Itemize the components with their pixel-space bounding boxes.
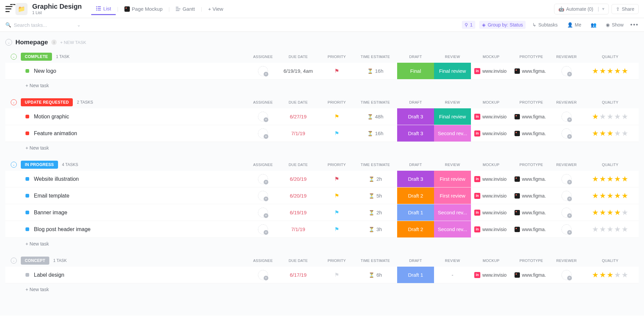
filter-button[interactable]: ⚲ 1 [462,21,475,29]
mockup-link[interactable]: inwww.invisio [471,210,511,216]
list-title[interactable]: Homepage [15,39,48,46]
add-view[interactable]: + View [204,3,228,14]
add-task-button[interactable]: + New task [5,79,639,88]
assignees-button[interactable]: 👥 [588,21,599,29]
prototype-link[interactable]: www.figma. [511,68,551,74]
draft-tag[interactable]: Draft 3 [397,171,434,187]
task-row[interactable]: Blog post header image 7/1/19 ⚑ ⏳3h Draf… [5,221,639,238]
task-row[interactable]: Feature animation 7/1/19 ⚑ ⏳16h Draft 3 … [5,125,639,142]
col-mockup[interactable]: MOCKUP [471,100,511,104]
prototype-link[interactable]: www.figma. [511,114,551,119]
due-date-value[interactable]: 6/17/19 [290,272,307,278]
col-mockup[interactable]: MOCKUP [471,55,511,59]
col-due-date[interactable]: DUE DATE [276,55,320,59]
status-pill[interactable]: UPDATE REQUESTED [21,98,73,106]
reviewer-empty-icon[interactable] [561,112,572,122]
status-square-icon[interactable] [25,115,29,118]
due-date-value[interactable]: 6/20/19 [290,193,307,199]
subtasks-button[interactable]: ↳ Subtasks [530,21,560,29]
quality-stars[interactable]: ★★★★★ [592,129,628,138]
status-square-icon[interactable] [25,211,29,214]
collapse-list-icon[interactable]: ⌄ [5,39,12,46]
estimate-value[interactable]: 3h [376,226,382,232]
group-collapse-icon[interactable]: ⌄ [11,99,17,105]
task-row[interactable]: Motion graphic 6/27/19 ⚑ ⏳48h Draft 3 Fi… [5,108,639,125]
mockup-link[interactable]: inwww.invisio [471,114,511,120]
draft-tag[interactable]: Draft 2 [397,187,434,204]
task-name[interactable]: Website illustration [34,176,79,182]
draft-tag[interactable]: Draft 2 [397,221,434,237]
task-name[interactable]: Email template [34,193,69,199]
status-pill[interactable]: IN PROGRESS [21,161,58,169]
review-tag[interactable]: Final review [434,108,471,125]
review-tag[interactable]: Second rev... [434,221,471,237]
col-assignee[interactable]: ASSIGNEE [250,55,276,59]
col-review[interactable]: REVIEW [434,55,471,59]
col-reviewer[interactable]: REVIEWER [551,100,582,104]
new-task-button[interactable]: + NEW TASK [60,40,86,45]
draft-tag[interactable]: Draft 3 [397,108,434,125]
col-quality[interactable]: QUALITY [582,259,639,263]
priority-flag-icon[interactable]: ⚑ [334,176,339,182]
priority-flag-icon[interactable]: ⚑ [334,113,339,120]
prototype-link[interactable]: www.figma. [511,210,551,215]
review-tag[interactable]: First review [434,187,471,204]
task-row[interactable]: New logo 6/19/19, 4am ⚑ ⏳16h Final Final… [5,63,639,79]
show-button[interactable]: ◉ Show [603,21,626,29]
col-assignee[interactable]: ASSIGNEE [250,163,276,167]
due-date-value[interactable]: 6/19/19, 4am [283,68,313,74]
task-name[interactable]: Motion graphic [34,114,69,120]
col-reviewer[interactable]: REVIEWER [551,259,582,263]
col-time-estimate[interactable]: TIME ESTIMATE [354,55,397,59]
assignee-empty-icon[interactable] [258,174,268,184]
assignee-empty-icon[interactable] [258,191,268,201]
reviewer-empty-icon[interactable] [561,270,572,280]
status-square-icon[interactable] [25,131,29,135]
groupby-button[interactable]: ◈ Group by: Status [479,21,526,29]
task-name[interactable]: Feature animation [34,130,77,137]
estimate-value[interactable]: 16h [375,68,383,74]
priority-flag-icon[interactable]: ⚑ [334,226,339,232]
task-name[interactable]: Banner image [34,210,67,216]
reviewer-empty-icon[interactable] [561,66,572,76]
col-assignee[interactable]: ASSIGNEE [250,259,276,263]
folder-icon[interactable]: 📁 [15,3,28,15]
menu-icon[interactable]: 3 [5,6,13,12]
col-quality[interactable]: QUALITY [582,55,639,59]
estimate-value[interactable]: 2h [376,210,382,215]
quality-stars[interactable]: ★★★★★ [592,112,628,121]
review-tag[interactable]: Final review [434,63,471,79]
quality-stars[interactable]: ★★★★★ [592,225,628,234]
priority-flag-icon[interactable]: ⚑ [334,68,339,74]
assignee-empty-icon[interactable] [258,208,268,218]
due-date-value[interactable]: 6/19/19 [290,210,307,215]
review-tag[interactable]: Second rev... [434,125,471,142]
view-gantt[interactable]: Gantt [171,3,200,14]
col-review[interactable]: REVIEW [434,100,471,104]
task-name[interactable]: Label design [34,272,64,278]
mockup-link[interactable]: inwww.invisio [471,68,511,74]
group-collapse-icon[interactable]: ⌄ [11,54,17,60]
col-mockup[interactable]: MOCKUP [471,163,511,167]
priority-flag-icon[interactable]: ⚑ [334,272,339,278]
col-assignee[interactable]: ASSIGNEE [250,100,276,104]
assignee-empty-icon[interactable] [258,270,268,280]
view-page-mockup[interactable]: Page Mockup [120,3,167,14]
due-date-value[interactable]: 7/1/19 [291,130,305,136]
col-draft[interactable]: DRAFT [397,163,434,167]
group-collapse-icon[interactable]: ⌄ [11,162,17,168]
status-square-icon[interactable] [25,273,29,277]
view-list[interactable]: List [91,3,116,15]
task-row[interactable]: Email template 6/20/19 ⚑ ⏳5h Draft 2 Fir… [5,187,639,204]
status-pill[interactable]: CONCEPT [21,257,49,265]
priority-flag-icon[interactable]: ⚑ [334,209,339,216]
estimate-value[interactable]: 2h [376,176,382,182]
status-pill[interactable]: COMPLETE [21,53,52,61]
workspace-title[interactable]: Graphic Design [32,3,82,10]
info-icon[interactable]: i [51,40,57,45]
assignee-empty-icon[interactable] [258,112,268,122]
mockup-link[interactable]: inwww.invisio [471,226,511,232]
col-time-estimate[interactable]: TIME ESTIMATE [354,259,397,263]
col-prototype[interactable]: PROTOTYPE [511,259,551,263]
review-tag[interactable]: Second rev... [434,204,471,221]
